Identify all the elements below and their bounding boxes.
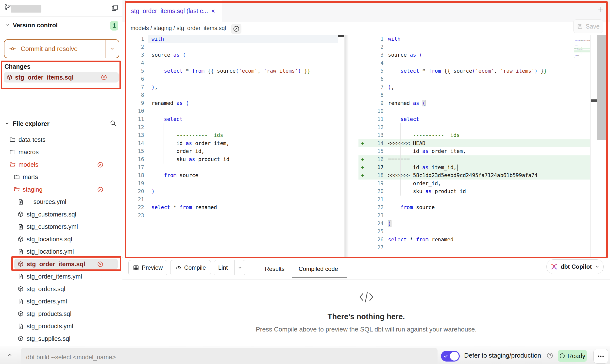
code-line-19: 19 xyxy=(122,180,338,188)
tree-item-stg_order_items.yml[interactable]: stg_order_items.yml xyxy=(0,270,122,283)
status-badge[interactable]: Ready xyxy=(558,350,587,362)
folder-open-icon xyxy=(14,186,20,193)
code-line-6: 6 xyxy=(358,75,590,83)
conflict-x-icon[interactable] xyxy=(97,162,103,168)
code-line-9: 9renamed as ( xyxy=(358,99,590,107)
more-options-button[interactable] xyxy=(593,349,608,364)
tree-item-models[interactable]: models xyxy=(0,158,122,171)
version-control-header[interactable]: Version control xyxy=(13,22,58,29)
compile-label: Compile xyxy=(184,264,206,271)
changed-file-item[interactable]: stg_order_items.sql xyxy=(4,72,119,83)
tree-item-macros[interactable]: macros xyxy=(0,146,122,158)
lint-label[interactable]: Lint xyxy=(214,260,232,275)
code-line-20: 20) xyxy=(122,187,338,196)
tree-item-label: stg_supplies.sql xyxy=(27,335,70,342)
file-explorer-header[interactable]: File explorer xyxy=(13,120,50,127)
model-cube-icon xyxy=(17,335,24,342)
lint-button[interactable]: Lint xyxy=(214,260,245,275)
tree-item-stg_locations.yml[interactable]: stg_locations.yml xyxy=(0,246,122,258)
pane-divider xyxy=(344,35,359,257)
chevron-down-icon xyxy=(595,264,600,269)
code-line-7: 7), xyxy=(358,83,590,91)
code-empty-icon xyxy=(358,290,374,304)
code-line-23: 23 xyxy=(358,212,590,220)
code-line-12: 12 xyxy=(122,123,338,132)
breadcrumb[interactable]: models / staging / stg_order_items.sql xyxy=(131,25,226,32)
search-icon[interactable] xyxy=(110,120,117,127)
code-line-4: 4 xyxy=(122,59,338,67)
tab-stg-order-items[interactable]: stg_order_items.sql (last c... xyxy=(125,0,222,22)
folder-icon xyxy=(14,174,20,180)
lint-dropdown-button[interactable] xyxy=(234,260,245,275)
tree-item-stg_customers.yml[interactable]: stg_customers.yml xyxy=(0,221,122,233)
right-pane-scrollbar-track[interactable] xyxy=(590,35,597,257)
tab-label: stg_order_items.sql (last c... xyxy=(131,7,208,15)
tree-item-__sources.yml[interactable]: __sources.yml xyxy=(0,196,122,208)
tree-item-marts[interactable]: marts xyxy=(0,171,122,183)
status-circle-icon xyxy=(559,353,565,359)
tree-item-stg_order_items.sql[interactable]: stg_order_items.sql xyxy=(0,258,122,270)
tree-item-stg_locations.sql[interactable]: stg_locations.sql xyxy=(0,233,122,245)
folder-icon xyxy=(9,149,16,155)
code-line-23: 23 xyxy=(122,212,338,220)
code-pane-left[interactable]: 1with23source as (45 select * from {{ so… xyxy=(122,35,338,257)
dbt-copilot-button[interactable]: dbt Copilot xyxy=(546,259,604,274)
command-input[interactable]: dbt build --select <model_name> xyxy=(21,348,438,364)
help-icon[interactable] xyxy=(546,352,553,359)
tab-results[interactable]: Results xyxy=(265,265,285,272)
chevron-up-icon[interactable] xyxy=(6,352,13,358)
tree-item-staging[interactable]: staging xyxy=(0,183,122,196)
code-line-13: 13 ---------- ids xyxy=(358,131,590,139)
tree-item-label: stg_locations.sql xyxy=(27,236,72,243)
code-line-4: 4 xyxy=(358,59,590,67)
tree-item-data-tests[interactable]: data-tests xyxy=(0,133,122,146)
copy-icon[interactable] xyxy=(111,4,119,12)
close-icon[interactable] xyxy=(210,8,216,14)
preview-button[interactable]: Preview xyxy=(128,260,167,275)
file-icon xyxy=(17,323,24,330)
compile-button[interactable]: Compile xyxy=(170,260,211,275)
code-line-5: 5 select * from {{ source('ecom', 'raw_i… xyxy=(122,67,338,75)
conflict-x-icon[interactable] xyxy=(97,261,103,267)
tree-item-label: stg_products.yml xyxy=(27,323,73,330)
code-line-22: 22 from source xyxy=(358,203,590,212)
tree-item-label: models xyxy=(18,161,38,168)
copilot-icon xyxy=(550,263,558,270)
defer-toggle[interactable] xyxy=(441,351,460,362)
commit-dropdown-button[interactable] xyxy=(105,40,119,58)
code-line-9: 9renamed as ( xyxy=(122,99,338,107)
code-line-22: 22select * from renamed xyxy=(122,203,338,212)
tree-item-label: stg_customers.yml xyxy=(27,223,78,230)
save-button[interactable]: Save xyxy=(573,19,603,33)
new-tab-plus-icon[interactable] xyxy=(596,6,604,14)
tree-item-stg_orders.sql[interactable]: stg_orders.sql xyxy=(0,283,122,295)
code-line-24: 24) xyxy=(358,220,590,228)
chevron-down-icon[interactable] xyxy=(4,22,10,28)
code-line-2: 2 xyxy=(358,43,590,51)
code-line-18: +18>>>>>>> 58c1dd23d5eebd9cd2495fa7124ab… xyxy=(358,171,590,180)
code-line-27: 27 xyxy=(358,244,590,252)
commit-and-resolve-button[interactable]: Commit and resolve xyxy=(4,39,119,58)
tree-item-stg_supplies.sql[interactable]: stg_supplies.sql xyxy=(0,332,122,345)
conflict-x-icon xyxy=(97,261,103,267)
discard-change-icon[interactable] xyxy=(101,74,107,81)
code-line-8: 8 xyxy=(358,91,590,99)
tree-item-stg_products.yml[interactable]: stg_products.yml xyxy=(0,320,122,332)
code-line-15: 15 id as order_item, xyxy=(358,147,590,155)
code-line-14: 14 id as order_item, xyxy=(122,139,338,148)
minimap[interactable]: withsource as ( select * from {{ source(… xyxy=(574,36,590,88)
chevron-down-icon[interactable] xyxy=(4,121,10,126)
right-pane-scrollbar-thumb[interactable] xyxy=(591,99,597,102)
tab-compiled-code[interactable]: Compiled code xyxy=(299,265,338,272)
left-pane-scrollbar[interactable] xyxy=(338,35,344,37)
tree-item-stg_orders.yml[interactable]: stg_orders.yml xyxy=(0,295,122,308)
conflict-x-icon[interactable] xyxy=(97,186,103,193)
tree-item-label: stg_products.sql xyxy=(27,310,71,317)
explorer-compass-button[interactable] xyxy=(231,24,241,34)
model-cube-icon xyxy=(17,261,24,267)
page-scrollbar[interactable] xyxy=(597,35,607,140)
tree-item-stg_customers.sql[interactable]: stg_customers.sql xyxy=(0,208,122,220)
code-pane-right[interactable]: 1with23source as (45 select * from {{ so… xyxy=(358,35,590,257)
code-line-2: 2 xyxy=(122,43,338,51)
tree-item-stg_products.sql[interactable]: stg_products.sql xyxy=(0,308,122,320)
